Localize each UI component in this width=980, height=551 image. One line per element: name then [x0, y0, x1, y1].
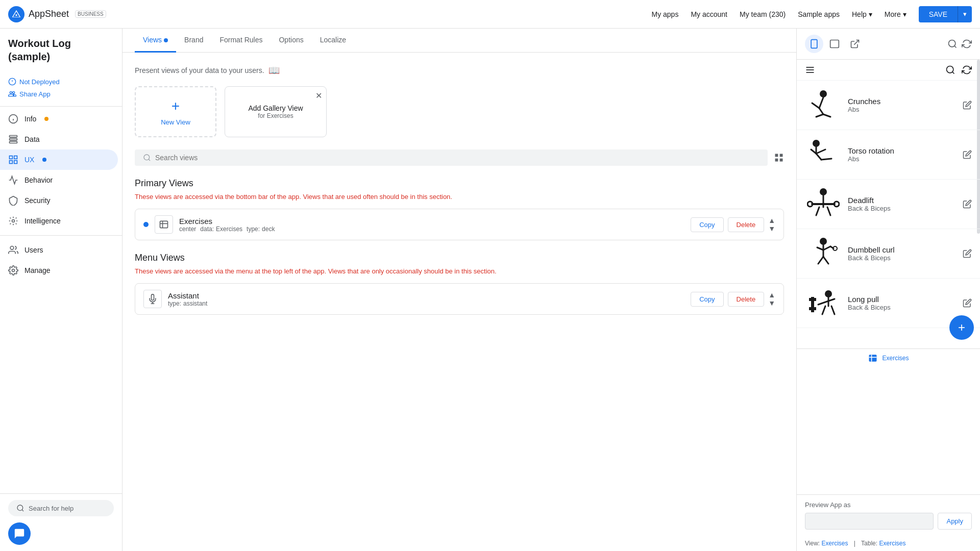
exercise-item[interactable]: Deadlift Back & Biceps: [797, 180, 980, 229]
search-icon: [16, 504, 24, 512]
exercise-item[interactable]: Crunches Abs: [797, 81, 980, 130]
dumbbell-thumb: [805, 235, 842, 272]
add-cards-row: + New View ✕ Add Gallery View for Exerci…: [135, 86, 784, 137]
new-view-card[interactable]: + New View: [135, 86, 216, 137]
share-app-button[interactable]: Share App: [0, 88, 122, 104]
exercise-edit-icon[interactable]: [963, 199, 972, 209]
svg-point-40: [947, 66, 953, 73]
svg-rect-23: [775, 159, 778, 162]
sidebar-item-label: Behavior: [24, 176, 53, 184]
preview-search-icon[interactable]: [947, 39, 958, 49]
preview-refresh-icon[interactable]: [962, 39, 972, 49]
svg-point-35: [949, 40, 955, 47]
exercise-edit-icon[interactable]: [963, 298, 972, 308]
exercise-edit-icon[interactable]: [963, 101, 972, 110]
svg-line-74: [818, 301, 828, 305]
menu-icon[interactable]: [805, 65, 815, 75]
search-views-input[interactable]: [155, 154, 760, 162]
sidebar-item-ux[interactable]: UX: [0, 149, 118, 170]
sidebar-item-data[interactable]: Data: [0, 129, 118, 149]
bottom-nav-label: Exercises: [882, 355, 909, 362]
exercises-delete-button[interactable]: Delete: [728, 217, 765, 232]
exercises-copy-button[interactable]: Copy: [691, 217, 723, 232]
svg-line-45: [819, 108, 823, 114]
tab-localize[interactable]: Localize: [312, 29, 354, 53]
svg-rect-11: [14, 156, 17, 159]
sidebar-item-intelligence[interactable]: Intelligence: [0, 211, 118, 231]
grid-view-toggle[interactable]: [774, 153, 784, 163]
exercise-edit-icon[interactable]: [963, 150, 972, 159]
sidebar-item-behavior[interactable]: Behavior: [0, 170, 118, 190]
not-deployed-status[interactable]: Not Deployed: [0, 76, 122, 88]
sidebar-item-security[interactable]: Security: [0, 190, 118, 211]
save-button[interactable]: SAVE: [919, 6, 958, 22]
assistant-view-icon: [143, 290, 162, 308]
exercises-view-actions: Copy Delete ▲▼: [691, 216, 775, 233]
sidebar-item-users[interactable]: Users: [0, 240, 118, 260]
sidebar-item-label: Security: [24, 196, 51, 205]
close-suggest-button[interactable]: ✕: [315, 91, 322, 101]
nav-myteam[interactable]: My team (230): [740, 10, 786, 18]
svg-line-50: [816, 149, 825, 154]
save-group: SAVE ▾: [919, 6, 972, 22]
nav-myapps[interactable]: My apps: [652, 10, 679, 18]
svg-point-16: [12, 269, 15, 272]
exercises-sort-arrows[interactable]: ▲▼: [768, 216, 775, 233]
primary-views-desc: These views are accessed via the bottom …: [135, 193, 784, 201]
device-external-button[interactable]: [846, 35, 864, 53]
preview-view-link[interactable]: Exercises: [821, 540, 848, 547]
tab-options[interactable]: Options: [271, 29, 311, 53]
sidebar-bottom: Search for help: [0, 493, 122, 551]
exercise-item[interactable]: Torso rotation Abs: [797, 130, 980, 180]
device-tablet-button[interactable]: [825, 35, 844, 53]
exercises-view-name: Exercises: [179, 217, 684, 226]
nav-myaccount[interactable]: My account: [691, 10, 727, 18]
exercise-item[interactable]: Long pull Back & Biceps +: [797, 279, 980, 328]
exercise-edit-icon[interactable]: [963, 249, 972, 258]
assistant-view-actions: Copy Delete ▲▼: [691, 291, 775, 307]
tab-brand[interactable]: Brand: [176, 29, 211, 53]
save-dropdown-button[interactable]: ▾: [958, 6, 972, 22]
svg-point-14: [12, 220, 15, 222]
menu-views-title: Menu Views: [135, 253, 784, 263]
search-views-wrap: [135, 149, 768, 166]
exercise-item[interactable]: Dumbbell curl Back & Biceps: [797, 229, 980, 279]
search-help[interactable]: Search for help: [8, 500, 114, 516]
preview-top-search-icon[interactable]: [945, 65, 955, 75]
preview-app-as-label: Preview App as: [805, 501, 972, 509]
chevron-down-icon: ▾: [903, 10, 906, 18]
sidebar-item-label: Manage: [24, 266, 51, 274]
assistant-copy-button[interactable]: Copy: [691, 292, 723, 307]
chat-fab[interactable]: [8, 522, 31, 545]
sidebar-item-manage[interactable]: Manage: [0, 260, 118, 281]
assistant-delete-button[interactable]: Delete: [728, 292, 765, 307]
preview-table-link[interactable]: Exercises: [879, 540, 905, 547]
svg-rect-32: [830, 40, 839, 48]
nav-help[interactable]: Help ▾: [852, 10, 872, 18]
info-dot: [44, 117, 48, 121]
preview-fab-add[interactable]: +: [949, 315, 974, 340]
suggest-view-card[interactable]: ✕ Add Gallery View for Exercises: [225, 86, 327, 137]
preview-apply-button[interactable]: Apply: [938, 513, 972, 530]
nav-more[interactable]: More ▾: [885, 10, 906, 18]
svg-line-64: [823, 246, 830, 250]
sidebar-item-label: Intelligence: [24, 217, 61, 225]
svg-point-61: [820, 238, 827, 245]
tab-views[interactable]: Views: [135, 29, 176, 53]
longpull-thumb: [805, 285, 842, 321]
svg-rect-12: [10, 161, 13, 164]
sidebar-nav: Info Data UX: [0, 109, 122, 493]
preview-actions: [947, 39, 972, 49]
nav-sampleapps[interactable]: Sample apps: [798, 10, 840, 18]
svg-line-18: [22, 510, 23, 511]
svg-rect-25: [160, 221, 168, 228]
preview-app-as-row: Apply: [805, 513, 972, 530]
tab-format-rules[interactable]: Format Rules: [211, 29, 271, 53]
svg-line-63: [817, 247, 823, 250]
exercise-info: Dumbbell curl Back & Biceps: [848, 245, 957, 262]
preview-top-refresh-icon[interactable]: [962, 65, 972, 75]
device-phone-button[interactable]: [805, 35, 823, 53]
assistant-sort-arrows[interactable]: ▲▼: [768, 291, 775, 307]
preview-app-as-input[interactable]: [805, 513, 934, 530]
sidebar-item-info[interactable]: Info: [0, 109, 118, 129]
